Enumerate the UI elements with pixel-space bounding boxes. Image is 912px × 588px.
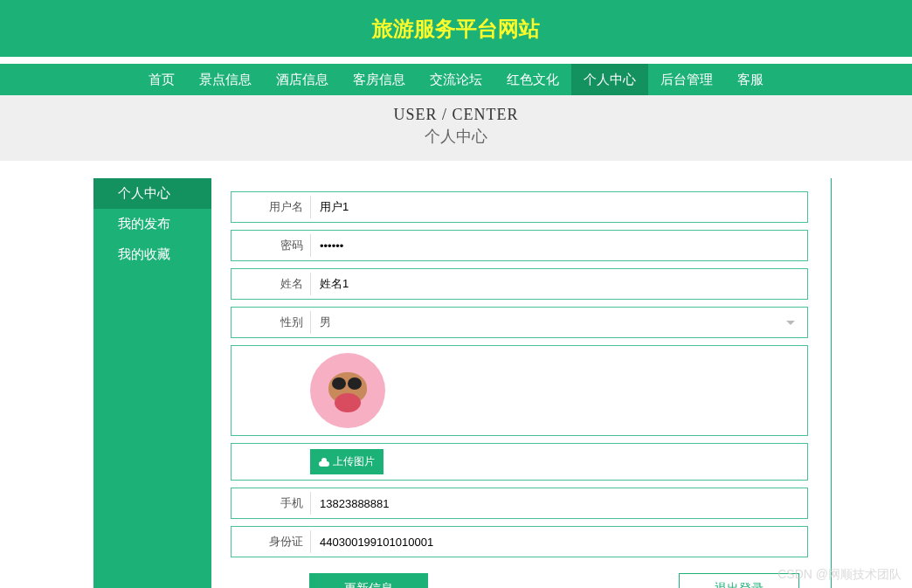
nav-culture[interactable]: 红色文化 xyxy=(494,64,571,95)
username-input[interactable] xyxy=(310,196,802,218)
phone-label: 手机 xyxy=(231,495,310,511)
row-avatar xyxy=(231,345,808,436)
sidebar: 个人中心 我的发布 我的收藏 xyxy=(93,178,211,588)
nav-service[interactable]: 客服 xyxy=(725,64,776,95)
action-row: 更新信息 退出登录 xyxy=(231,573,808,588)
watermark: CSDN @网顺技术团队 xyxy=(777,567,902,583)
avatar xyxy=(310,353,385,428)
nav-admin[interactable]: 后台管理 xyxy=(648,64,725,95)
row-password: 密码 xyxy=(231,230,808,261)
upload-button[interactable]: 上传图片 xyxy=(310,449,383,474)
row-username: 用户名 xyxy=(231,191,808,223)
chevron-down-icon xyxy=(786,321,795,325)
page-subtitle: USER / CENTER 个人中心 xyxy=(0,95,912,161)
nav-room[interactable]: 客房信息 xyxy=(341,64,418,95)
nav-user-center[interactable]: 个人中心 xyxy=(571,64,648,95)
subtitle-cn: 个人中心 xyxy=(0,126,912,147)
row-upload: 上传图片 xyxy=(231,443,808,481)
nav-bar: 首页 景点信息 酒店信息 客房信息 交流论坛 红色文化 个人中心 后台管理 客服 xyxy=(0,64,912,95)
name-input[interactable] xyxy=(310,273,802,295)
nav-hotel[interactable]: 酒店信息 xyxy=(264,64,341,95)
row-phone: 手机 xyxy=(231,488,808,519)
idcard-label: 身份证 xyxy=(231,534,310,550)
nav-scenic[interactable]: 景点信息 xyxy=(187,64,264,95)
name-label: 姓名 xyxy=(231,276,310,292)
gender-label: 性别 xyxy=(231,315,310,330)
site-title: 旅游服务平台网站 xyxy=(372,15,540,43)
avatar-face-icon xyxy=(328,372,367,404)
sidebar-item-center[interactable]: 个人中心 xyxy=(93,178,211,209)
row-idcard: 身份证 xyxy=(231,526,808,557)
upload-label: 上传图片 xyxy=(333,454,375,469)
row-gender: 性别 男 xyxy=(231,307,808,338)
subtitle-en: USER / CENTER xyxy=(0,106,912,124)
avatar-mouth-icon xyxy=(335,393,361,412)
nav-forum[interactable]: 交流论坛 xyxy=(418,64,494,95)
cloud-upload-icon xyxy=(319,458,329,467)
idcard-input[interactable] xyxy=(310,530,802,553)
gender-select[interactable]: 男 xyxy=(310,311,802,334)
username-label: 用户名 xyxy=(231,199,310,215)
row-name: 姓名 xyxy=(231,268,808,300)
form-area: 用户名 密码 姓名 性别 男 xyxy=(211,178,819,588)
password-input[interactable] xyxy=(310,234,802,257)
gender-value: 男 xyxy=(320,315,331,330)
main-content: 个人中心 我的发布 我的收藏 用户名 密码 姓名 性别 男 xyxy=(93,178,819,588)
avatar-glasses-icon xyxy=(332,377,363,390)
sidebar-item-favorites[interactable]: 我的收藏 xyxy=(93,239,211,270)
header-bar: 旅游服务平台网站 xyxy=(0,0,912,57)
nav-home[interactable]: 首页 xyxy=(136,64,187,95)
update-button[interactable]: 更新信息 xyxy=(309,573,428,588)
sidebar-item-posts[interactable]: 我的发布 xyxy=(93,209,211,239)
password-label: 密码 xyxy=(231,238,310,253)
phone-input[interactable] xyxy=(310,492,802,515)
